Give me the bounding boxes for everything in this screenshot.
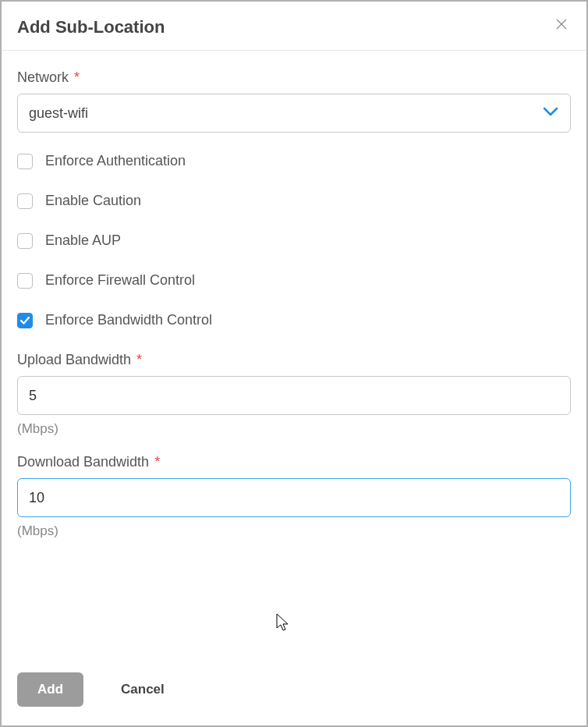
download-hint: (Mbps)	[17, 523, 571, 539]
enforce-firewall-row: Enforce Firewall Control	[17, 272, 571, 289]
upload-hint: (Mbps)	[17, 421, 571, 437]
network-label: Network *	[17, 69, 571, 86]
required-mark: *	[151, 454, 160, 470]
enforce-bandwidth-label: Enforce Bandwidth Control	[45, 312, 212, 328]
enforce-bandwidth-checkbox[interactable]	[17, 313, 33, 328]
enforce-bandwidth-row: Enforce Bandwidth Control	[17, 312, 571, 328]
close-icon[interactable]	[552, 17, 571, 33]
enable-aup-label: Enable AUP	[45, 232, 121, 249]
network-label-text: Network	[17, 69, 69, 85]
dialog-title: Add Sub-Location	[17, 17, 165, 37]
download-group: Download Bandwidth * (Mbps)	[17, 454, 571, 539]
download-label-text: Download Bandwidth	[17, 454, 149, 470]
upload-input[interactable]	[17, 376, 571, 415]
add-button[interactable]: Add	[17, 672, 83, 707]
add-sub-location-dialog: Add Sub-Location Network * guest-wifi En…	[2, 2, 586, 725]
upload-label: Upload Bandwidth *	[17, 352, 571, 368]
upload-group: Upload Bandwidth * (Mbps)	[17, 352, 571, 437]
network-select-value: guest-wifi	[17, 94, 571, 133]
network-select[interactable]: guest-wifi	[17, 94, 571, 133]
enforce-auth-row: Enforce Authentication	[17, 153, 571, 169]
enable-aup-checkbox[interactable]	[17, 233, 33, 249]
required-mark: *	[133, 352, 142, 367]
enforce-auth-label: Enforce Authentication	[45, 153, 186, 169]
enable-aup-row: Enable AUP	[17, 232, 571, 249]
cancel-button[interactable]: Cancel	[121, 672, 165, 707]
enable-caution-label: Enable Caution	[45, 193, 141, 209]
download-input[interactable]	[17, 478, 571, 517]
enforce-firewall-checkbox[interactable]	[17, 273, 33, 289]
dialog-header: Add Sub-Location	[2, 2, 586, 51]
enable-caution-row: Enable Caution	[17, 193, 571, 209]
enable-caution-checkbox[interactable]	[17, 193, 33, 209]
enforce-firewall-label: Enforce Firewall Control	[45, 272, 195, 289]
required-mark: *	[70, 69, 80, 85]
enforce-auth-checkbox[interactable]	[17, 154, 33, 169]
dialog-content: Network * guest-wifi Enforce Authenticat…	[2, 51, 586, 658]
dialog-footer: Add Cancel	[2, 658, 586, 725]
download-label: Download Bandwidth *	[17, 454, 571, 470]
upload-label-text: Upload Bandwidth	[17, 352, 131, 367]
